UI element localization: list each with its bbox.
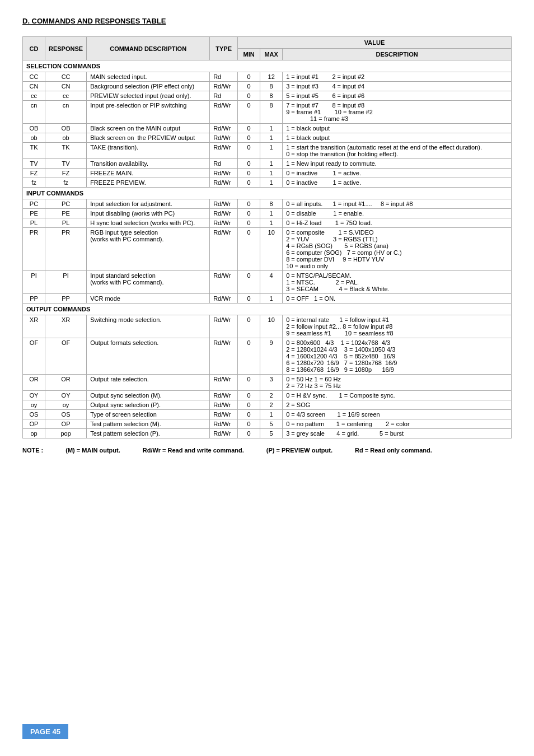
cell-max: 8 <box>260 82 283 91</box>
page-title: D. COMMANDS AND RESPONSES TABLE <box>22 17 512 25</box>
cell-description: 1 = start the transition (automatic rese… <box>283 143 512 159</box>
table-row: PEPEInput disabling (works with PC)Rd/Wr… <box>23 209 512 218</box>
table-row: ccccPREVIEW selected input (read only).R… <box>23 91 512 101</box>
cell-response: CC <box>45 72 87 82</box>
cell-response: pop <box>45 429 87 438</box>
table-row: OPOPTest pattern selection (M).Rd/Wr050 … <box>23 419 512 429</box>
table-row: PCPCInput selection for adjustment.Rd/Wr… <box>23 199 512 209</box>
cell-cd: OS <box>23 410 45 419</box>
cell-description: 1 = black output <box>283 124 512 133</box>
cell-response: PR <box>45 228 87 271</box>
cell-response: OY <box>45 391 87 400</box>
cell-description: 7 = input #7 8 = input #8 9 = frame #1 1… <box>283 101 512 124</box>
table-row: CNCNBackground selection (PIP effect onl… <box>23 82 512 91</box>
cell-command: Test pattern selection (P). <box>87 429 210 438</box>
cell-type: Rd/Wr <box>210 271 238 294</box>
cell-command: Output formats selection. <box>87 338 210 375</box>
cell-cd: ob <box>23 133 45 143</box>
cell-command: FREEZE MAIN. <box>87 169 210 178</box>
cell-command: Test pattern selection (M). <box>87 419 210 429</box>
cell-response: FZ <box>45 169 87 178</box>
cell-response: cc <box>45 91 87 101</box>
cell-cd: CN <box>23 82 45 91</box>
cell-max: 1 <box>260 218 283 228</box>
cell-cd: TV <box>23 159 45 169</box>
cell-response: OF <box>45 338 87 375</box>
cell-max: 9 <box>260 338 283 375</box>
cell-response: fz <box>45 178 87 188</box>
section-header: SELECTION COMMANDS <box>23 60 512 72</box>
cell-type: Rd/Wr <box>210 375 238 391</box>
cell-type: Rd/Wr <box>210 143 238 159</box>
cell-type: Rd/Wr <box>210 169 238 178</box>
table-row: PLPLH sync load selection (works with PC… <box>23 218 512 228</box>
cell-response: PE <box>45 209 87 218</box>
note-preview: (P) = PREVIEW output. <box>266 447 332 454</box>
cell-min: 0 <box>238 429 260 438</box>
cell-type: Rd/Wr <box>210 209 238 218</box>
header-cd: CD <box>23 37 45 60</box>
cell-description: 3 = grey scale 4 = grid. 5 = burst <box>283 429 512 438</box>
cell-description: 0 = disable 1 = enable. <box>283 209 512 218</box>
cell-min: 0 <box>238 391 260 400</box>
cell-max: 1 <box>260 133 283 143</box>
cell-command: Output sync selection (P). <box>87 400 210 410</box>
cell-type: Rd/Wr <box>210 101 238 124</box>
cell-min: 0 <box>238 169 260 178</box>
note-label: NOTE : <box>22 447 43 454</box>
cell-min: 0 <box>238 375 260 391</box>
cell-max: 4 <box>260 271 283 294</box>
cell-response: XR <box>45 315 87 338</box>
cell-description: 0 = NTSC/PAL/SECAM. 1 = NTSC. 2 = PAL. 3… <box>283 271 512 294</box>
table-row: TVTVTransition availability.Rd011 = New … <box>23 159 512 169</box>
cell-max: 5 <box>260 419 283 429</box>
table-row: FZFZFREEZE MAIN.Rd/Wr010 = inactive 1 = … <box>23 169 512 178</box>
cell-command: Background selection (PIP effect only) <box>87 82 210 91</box>
cell-type: Rd/Wr <box>210 199 238 209</box>
cell-max: 1 <box>260 410 283 419</box>
cell-type: Rd/Wr <box>210 294 238 304</box>
cell-command: PREVIEW selected input (read only). <box>87 91 210 101</box>
cell-description: 0 = 50 Hz 1 = 60 Hz 2 = 72 Hz 3 = 75 Hz <box>283 375 512 391</box>
cell-min: 0 <box>238 218 260 228</box>
cell-cd: PC <box>23 199 45 209</box>
table-row: XRXRSwitching mode selection.Rd/Wr0100 =… <box>23 315 512 338</box>
cell-command: Input selection for adjustment. <box>87 199 210 209</box>
cell-max: 8 <box>260 91 283 101</box>
cell-command: RGB input type selection (works with PC … <box>87 228 210 271</box>
cell-min: 0 <box>238 91 260 101</box>
cell-cd: PL <box>23 218 45 228</box>
cell-type: Rd/Wr <box>210 124 238 133</box>
cell-min: 0 <box>238 72 260 82</box>
cell-cd: TK <box>23 143 45 159</box>
cell-type: Rd/Wr <box>210 133 238 143</box>
cell-cd: OF <box>23 338 45 375</box>
cell-description: 0 = 800x600 4/3 1 = 1024x768 4/3 2 = 128… <box>283 338 512 375</box>
cell-type: Rd/Wr <box>210 178 238 188</box>
cell-response: OP <box>45 419 87 429</box>
cell-description: 0 = composite 1 = S.VIDEO 2 = YUV 3 = RG… <box>283 228 512 271</box>
cell-response: OR <box>45 375 87 391</box>
cell-max: 2 <box>260 391 283 400</box>
cell-command: TAKE (transition). <box>87 143 210 159</box>
cell-description: 0 = 4/3 screen 1 = 16/9 screen <box>283 410 512 419</box>
cell-type: Rd/Wr <box>210 391 238 400</box>
header-command: COMMAND DESCRIPTION <box>87 37 210 60</box>
cell-type: Rd/Wr <box>210 429 238 438</box>
cell-max: 3 <box>260 375 283 391</box>
cell-description: 0 = inactive 1 = active. <box>283 169 512 178</box>
cell-min: 0 <box>238 315 260 338</box>
table-row: CCCCMAIN selected input.Rd0121 = input #… <box>23 72 512 82</box>
cell-command: VCR mode <box>87 294 210 304</box>
cell-max: 1 <box>260 169 283 178</box>
cell-description: 3 = input #3 4 = input #4 <box>283 82 512 91</box>
header-response: RESPONSE <box>45 37 87 60</box>
cell-command: Input pre-selection or PIP switching <box>87 101 210 124</box>
cell-max: 8 <box>260 199 283 209</box>
table-row: PPPPVCR modeRd/Wr010 = OFF 1 = ON. <box>23 294 512 304</box>
page-footer: PAGE 45 <box>22 724 68 739</box>
cell-cd: CC <box>23 72 45 82</box>
table-row: obobBlack screen on the PREVIEW outputRd… <box>23 133 512 143</box>
cell-cd: cc <box>23 91 45 101</box>
note-section: NOTE : (M) = MAIN output. Rd/Wr = Read a… <box>22 447 512 454</box>
